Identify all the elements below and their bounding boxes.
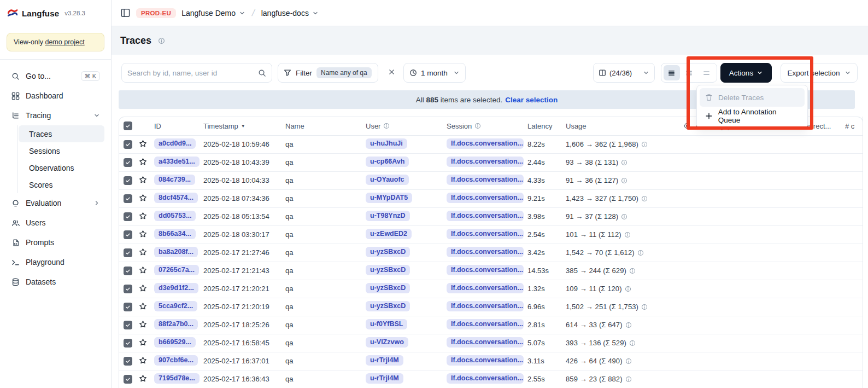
session-badge[interactable]: lf.docs.conversation... (447, 138, 524, 149)
session-badge[interactable]: lf.docs.conversation... (447, 247, 524, 257)
session-badge[interactable]: lf.docs.conversation... (447, 301, 524, 311)
row-checkbox[interactable] (124, 375, 132, 384)
table-row[interactable]: 084c739... 2025-02-18 10:04:33 qa u-OYau… (119, 171, 863, 189)
header-session[interactable]: Session (447, 117, 527, 135)
trace-id-badge[interactable]: 5cca9cf2... (154, 301, 197, 311)
table-row[interactable]: 7195d78e... 2025-02-17 16:36:43 qa u-rTr… (119, 370, 863, 388)
sidebar-item-tracing[interactable]: Tracing (7, 106, 104, 125)
sidebar-item-observations[interactable]: Observations (19, 159, 104, 176)
table-row[interactable]: ba8a208f... 2025-02-17 21:27:46 qa u-yzS… (119, 244, 863, 262)
star-icon[interactable] (139, 374, 147, 383)
search-icon[interactable] (258, 69, 266, 77)
user-badge[interactable]: u-yzSBxcD (366, 301, 410, 311)
sidebar-toggle-icon[interactable] (120, 8, 131, 18)
user-badge[interactable]: u-f0YfBSL (366, 319, 407, 329)
star-icon[interactable] (139, 194, 147, 202)
header-usage[interactable]: Usage (566, 117, 684, 135)
user-badge[interactable]: u-rTrjI4M (366, 355, 403, 366)
table-row[interactable]: d3e9d1f2... 2025-02-17 21:20:21 qa u-yzS… (119, 280, 863, 298)
select-all-checkbox[interactable] (124, 121, 132, 130)
clear-filter-icon[interactable] (385, 66, 398, 79)
trace-id-badge[interactable]: ba8a208f... (154, 247, 198, 257)
demo-project-link[interactable]: demo project (45, 38, 84, 46)
sidebar-item-scores[interactable]: Scores (19, 176, 104, 193)
menu-item-add-to-annotation-queue[interactable]: Add to Annotation Queue (700, 107, 805, 125)
actions-button[interactable]: Actions (720, 63, 772, 83)
table-row[interactable]: 907cbf6e... 2025-02-17 16:37:01 qa u-rTr… (119, 352, 863, 370)
table-row[interactable]: 5cca9cf2... 2025-02-17 21:20:19 qa u-yzS… (119, 298, 863, 316)
table-row[interactable]: 88f2a7b0... 2025-02-17 18:25:26 qa u-f0Y… (119, 316, 863, 334)
session-badge[interactable]: lf.docs.conversation... (447, 373, 524, 384)
column-visibility-selector[interactable]: (24/36) (593, 63, 655, 83)
trace-id-badge[interactable]: d3e9d1f2... (154, 283, 198, 293)
session-badge[interactable]: lf.docs.conversation... (447, 355, 524, 366)
org-selector[interactable]: Langfuse Demo (181, 9, 245, 18)
clear-selection-link[interactable]: Clear selection (505, 96, 558, 104)
star-icon[interactable] (139, 248, 147, 256)
header-user[interactable]: User (366, 117, 447, 135)
header-name[interactable]: Name (285, 117, 366, 135)
sidebar-item-prompts[interactable]: Prompts (7, 233, 104, 252)
table-row[interactable]: a0cd0d9... 2025-02-18 10:59:46 qa u-huJh… (119, 135, 863, 153)
star-icon[interactable] (139, 230, 147, 238)
star-icon[interactable] (139, 212, 147, 220)
sidebar-item-users[interactable]: Users (7, 213, 104, 233)
star-icon[interactable] (139, 266, 147, 274)
row-checkbox[interactable] (124, 303, 132, 311)
table-row[interactable]: 8b66a34... 2025-02-18 03:30:17 qa u-zEwd… (119, 225, 863, 244)
user-badge[interactable]: u-yzSBxcD (366, 265, 410, 275)
star-icon[interactable] (139, 140, 147, 148)
user-badge[interactable]: u-cp66Avh (366, 157, 409, 167)
table-row[interactable]: b669529... 2025-02-17 16:58:45 qa u-VIZz… (119, 334, 863, 352)
session-badge[interactable]: lf.docs.conversation... (447, 229, 524, 239)
star-icon[interactable] (139, 176, 147, 184)
trace-id-badge[interactable]: 7195d78e... (154, 373, 200, 384)
trace-id-badge[interactable]: 8dcf4574... (154, 193, 198, 203)
export-selection-button[interactable]: Export selection (781, 63, 858, 83)
session-badge[interactable]: lf.docs.conversation... (447, 319, 524, 329)
star-icon[interactable] (139, 356, 147, 364)
trace-id-badge[interactable]: 88f2a7b0... (154, 319, 198, 329)
user-badge[interactable]: u-OYauofc (366, 175, 409, 185)
header-last[interactable]: # c (845, 117, 863, 135)
sidebar-item-playground[interactable]: Playground (7, 252, 104, 272)
trace-id-badge[interactable]: 084c739... (154, 175, 195, 185)
user-badge[interactable]: u-MYpDAT5 (366, 193, 412, 203)
star-icon[interactable] (139, 302, 147, 310)
sidebar-item-dashboard[interactable]: Dashboard (7, 86, 104, 106)
trace-id-badge[interactable]: 8b66a34... (154, 229, 196, 239)
row-checkbox[interactable] (124, 230, 132, 239)
project-selector[interactable]: langfuse-docs (261, 9, 319, 18)
session-badge[interactable]: lf.docs.conversation... (447, 265, 524, 275)
row-height-medium-button[interactable] (681, 65, 697, 80)
sidebar-item-datasets[interactable]: Datasets (7, 272, 104, 292)
table-row[interactable]: 07265c7a... 2025-02-17 21:21:43 qa u-yzS… (119, 262, 863, 280)
row-checkbox[interactable] (124, 267, 132, 275)
trace-id-badge[interactable]: dd05753... (154, 211, 196, 221)
user-badge[interactable]: u-VIZzvwo (366, 337, 408, 348)
sidebar-item-sessions[interactable]: Sessions (19, 142, 104, 159)
row-checkbox[interactable] (124, 339, 132, 348)
header-latency[interactable]: Latency (527, 117, 566, 135)
session-badge[interactable]: lf.docs.conversation... (447, 193, 524, 203)
row-checkbox[interactable] (124, 194, 132, 203)
trace-id-badge[interactable]: a433de51... (154, 157, 200, 167)
trace-id-badge[interactable]: a0cd0d9... (154, 138, 196, 149)
session-badge[interactable]: lf.docs.conversation... (447, 283, 524, 293)
row-checkbox[interactable] (124, 212, 132, 221)
sidebar-item-evaluation[interactable]: Evaluation (7, 193, 104, 213)
trace-id-badge[interactable]: 907cbf6e... (154, 355, 198, 366)
table-row[interactable]: a433de51... 2025-02-18 10:43:39 qa u-cp6… (119, 153, 863, 171)
row-checkbox[interactable] (124, 140, 132, 149)
session-badge[interactable]: lf.docs.conversation... (447, 157, 524, 167)
row-height-compact-button[interactable] (664, 65, 680, 80)
session-badge[interactable]: lf.docs.conversation... (447, 175, 524, 185)
star-icon[interactable] (139, 338, 147, 346)
search-input[interactable]: Search by id, name, user id (121, 63, 272, 83)
time-range-selector[interactable]: 1 month (403, 63, 466, 83)
session-badge[interactable]: lf.docs.conversation... (447, 211, 524, 221)
menu-item-delete-traces[interactable]: Delete Traces (700, 88, 805, 107)
trace-id-badge[interactable]: b669529... (154, 337, 196, 348)
row-checkbox[interactable] (124, 158, 132, 167)
header-id[interactable]: ID (154, 117, 203, 135)
